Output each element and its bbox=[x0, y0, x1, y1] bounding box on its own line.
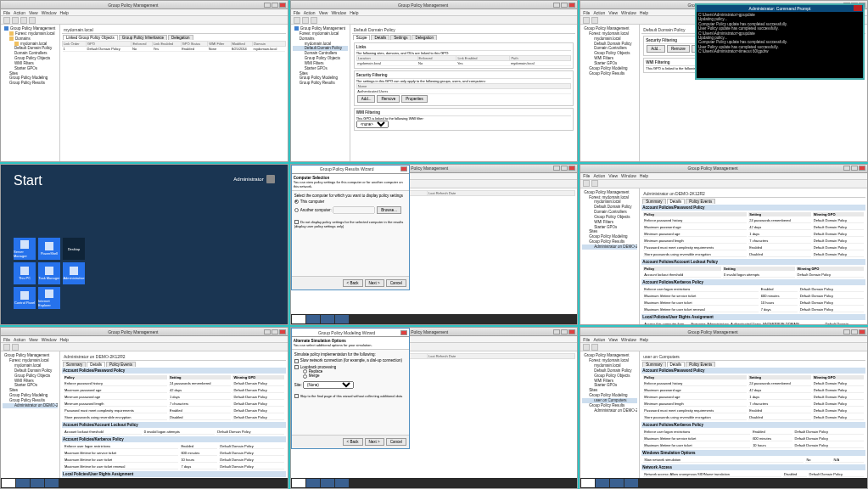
wizard-close-button[interactable] bbox=[400, 166, 407, 171]
browse-button: Browse... bbox=[377, 206, 401, 214]
gear-icon bbox=[20, 291, 29, 300]
cancel-button[interactable]: Cancel bbox=[386, 279, 406, 287]
help-icon[interactable] bbox=[29, 17, 36, 24]
cmd-output: C:\Users\Administrator>gpupdateUpdating … bbox=[697, 12, 863, 55]
ie-icon bbox=[45, 289, 53, 298]
tab-scope[interactable]: Scope bbox=[353, 35, 371, 40]
back-button[interactable]: < Back bbox=[343, 438, 363, 446]
tile-desktop[interactable]: Desktop bbox=[63, 238, 85, 260]
panel-gpm-results-details-2: Group Policy Management FileActionViewWi… bbox=[0, 327, 288, 489]
panel-gpm-modeling-report: Group Policy Management FileActionViewWi… bbox=[580, 327, 868, 489]
linked-gpo-table[interactable]: Link OrderGPOEnforcedLink EnabledGPO Sta… bbox=[62, 41, 286, 52]
panel-gpm-wizard-results: Group Policy Management FileActionViewWi… bbox=[290, 164, 579, 326]
taskbar-item[interactable] bbox=[321, 315, 334, 323]
properties-button[interactable]: Properties bbox=[401, 95, 428, 103]
tree-pane[interactable]: Group Policy Management Forest: mydomain… bbox=[1, 25, 60, 161]
tile-grid: Server Manager PowerShell Desktop This P… bbox=[14, 238, 109, 309]
taskbar bbox=[291, 314, 578, 324]
remove-button[interactable]: Remove bbox=[377, 95, 400, 103]
back-button[interactable]: < Back bbox=[343, 279, 363, 287]
taskbar-item[interactable] bbox=[306, 315, 320, 323]
slow-network-checkbox[interactable] bbox=[294, 359, 299, 363]
add-button[interactable]: Add... bbox=[357, 95, 376, 103]
titlebar[interactable]: Group Policy Management bbox=[1, 1, 288, 9]
folder-icon bbox=[9, 37, 14, 41]
table-row[interactable]: 1Default Domain PolicyNoYesEnabledNone8/… bbox=[63, 47, 286, 52]
radio-merge bbox=[303, 374, 307, 379]
menubar: FileActionViewWindowHelp bbox=[1, 9, 288, 16]
cmd-close-button[interactable] bbox=[854, 5, 862, 11]
gp-results-wizard: Group Policy Results Wizard Computer Sel… bbox=[291, 165, 410, 290]
cancel-button[interactable]: Cancel bbox=[386, 438, 406, 446]
tile-ie[interactable]: Internet Explorer bbox=[38, 287, 60, 309]
tile-powershell[interactable]: PowerShell bbox=[38, 238, 60, 260]
wizard-close-button[interactable] bbox=[400, 330, 407, 335]
cmd-titlebar[interactable]: Administrator: Command Prompt bbox=[697, 5, 863, 12]
close-button[interactable] bbox=[279, 3, 286, 8]
loopback-checkbox[interactable] bbox=[294, 365, 299, 369]
tab-details[interactable]: Details bbox=[371, 35, 389, 40]
tab-delegation[interactable]: Delegation bbox=[168, 35, 193, 40]
computer-name-input bbox=[333, 206, 375, 214]
root-icon bbox=[4, 26, 8, 31]
tab-linked-gpo[interactable]: Linked Group Policy Objects bbox=[63, 35, 118, 40]
tab-details[interactable]: Details bbox=[667, 199, 686, 204]
tab-delegation[interactable]: Delegation bbox=[412, 35, 437, 40]
taskbar-item[interactable] bbox=[335, 315, 349, 323]
next-button[interactable]: Next > bbox=[365, 279, 384, 287]
start-button[interactable] bbox=[581, 479, 595, 487]
pc-icon bbox=[20, 267, 29, 275]
tab-settings[interactable]: Settings bbox=[390, 35, 411, 40]
panel-gpm-cmd: Group Policy Management FileActionViewWi… bbox=[580, 0, 868, 162]
tile-server-manager[interactable]: Server Manager bbox=[14, 238, 36, 260]
server-icon bbox=[20, 240, 29, 249]
links-table[interactable]: LocationEnforcedLink EnabledPathmydomain… bbox=[356, 55, 572, 66]
command-prompt-window[interactable]: Administrator: Command Prompt C:\Users\A… bbox=[695, 3, 865, 80]
tile-task-manager[interactable]: Task Manager bbox=[38, 262, 60, 284]
maximize-button[interactable] bbox=[272, 3, 278, 8]
forward-icon[interactable] bbox=[12, 17, 19, 24]
forest-icon bbox=[9, 31, 14, 36]
powershell-icon bbox=[45, 242, 53, 250]
content-header: mydomain.local bbox=[62, 26, 286, 34]
radio-another-computer[interactable] bbox=[294, 208, 299, 212]
gp-modeling-wizard: Group Policy Modeling Wizard Alternate S… bbox=[291, 328, 410, 449]
skip-final-checkbox[interactable] bbox=[294, 394, 299, 398]
tab-gpi[interactable]: Group Policy Inheritance bbox=[119, 35, 167, 40]
content-header: Default Domain Policy bbox=[352, 26, 576, 34]
panel-gpm-results-details: Group Policy Management FileActionViewWi… bbox=[580, 164, 868, 326]
content-pane: mydomain.local Linked Group Policy Objec… bbox=[60, 25, 288, 161]
tile-admin-tools[interactable]: Administrative bbox=[63, 262, 85, 284]
minimize-button[interactable] bbox=[264, 3, 271, 8]
tile-this-pc[interactable]: This PC bbox=[14, 262, 36, 284]
panel-gpm-wizard-modeling: Group Policy Management FileActionViewWi… bbox=[290, 327, 579, 489]
panel-start-screen: Start Administrator Server Manager Power… bbox=[0, 164, 288, 326]
policy-report: Administrator on DEMO-2K12R2 SummaryDeta… bbox=[640, 188, 867, 325]
site-select[interactable]: (None) bbox=[303, 381, 354, 389]
tree-pane[interactable]: Group Policy Management Forest: mydomain… bbox=[291, 25, 350, 161]
taskmgr-icon bbox=[45, 267, 53, 275]
toolbar bbox=[1, 16, 288, 25]
start-button[interactable] bbox=[292, 315, 305, 323]
refresh-icon[interactable] bbox=[20, 17, 27, 24]
back-icon[interactable] bbox=[3, 17, 10, 24]
avatar-icon bbox=[266, 175, 275, 183]
next-button[interactable]: Next > bbox=[365, 438, 384, 446]
panel-gpm-domain: Group Policy Management FileActionViewWi… bbox=[0, 0, 288, 162]
security-table[interactable]: NameAuthenticated Users bbox=[356, 83, 572, 94]
user-account[interactable]: Administrator bbox=[233, 175, 274, 183]
start-button[interactable] bbox=[2, 479, 15, 487]
domain-icon bbox=[14, 42, 19, 46]
panel-gpm-policy: Group Policy Management FileActionViewWi… bbox=[290, 0, 579, 162]
tile-control-panel[interactable]: Control Panel bbox=[14, 287, 36, 309]
wrench-icon bbox=[70, 267, 78, 275]
wmi-filter-select[interactable]: <none> bbox=[356, 121, 389, 128]
radio-this-computer[interactable] bbox=[294, 200, 299, 204]
start-button[interactable] bbox=[292, 479, 305, 487]
